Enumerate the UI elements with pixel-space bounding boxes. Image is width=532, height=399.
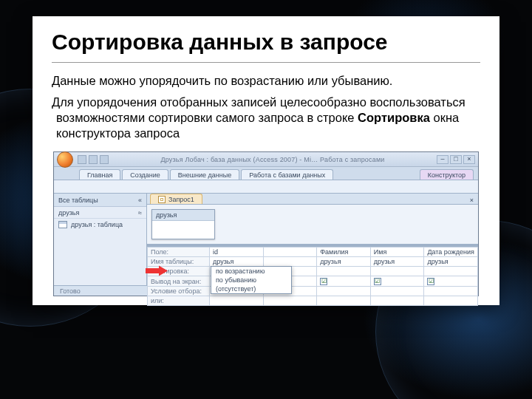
document-area: Запрос1 × друзья Поле:: [147, 194, 478, 285]
qat-save-icon[interactable]: [78, 155, 86, 164]
grid-cell[interactable]: ☑: [370, 276, 424, 287]
window-controls: – □ ×: [437, 155, 475, 164]
close-button[interactable]: ×: [463, 155, 475, 164]
para2-bold: Сортировка: [358, 111, 430, 124]
document-tabs: Запрос1 ×: [147, 194, 478, 205]
maximize-button[interactable]: □: [450, 155, 462, 164]
checkbox-icon[interactable]: ☑: [427, 278, 434, 285]
grid-row-field: Поле: id Фамилия Имя Дата рождения: [148, 248, 478, 257]
slide-content-box: Сортировка данных в запросе Данные можно…: [33, 16, 499, 305]
grid-cell[interactable]: Фамилия: [317, 248, 371, 257]
nav-group-label: друзья: [58, 209, 79, 216]
grid-cell[interactable]: друзья: [317, 257, 371, 267]
access-window: Друзья Лобач : база данных (Access 2007)…: [53, 151, 479, 296]
grid-label-criteria: Условие отбора:: [148, 287, 210, 296]
grid-cell[interactable]: [263, 257, 317, 267]
slide-paragraph-2: Для упорядочения отобранных записей целе…: [52, 95, 480, 141]
ribbon-tabs: Главная Создание Внешние данные Работа с…: [54, 167, 478, 180]
ribbon-tab-dbtools[interactable]: Работа с базами данных: [241, 169, 333, 180]
nav-header-label: Все таблицы: [58, 197, 98, 204]
ribbon-body: [54, 180, 478, 194]
grid-cell[interactable]: Имя: [370, 248, 424, 257]
nav-collapse-icon[interactable]: «: [138, 197, 142, 204]
sort-option[interactable]: (отсутствует): [211, 284, 291, 293]
table-icon: [58, 221, 67, 228]
grid-cell[interactable]: [370, 296, 424, 306]
nav-group-header[interactable]: друзья ≈: [54, 207, 146, 219]
query-icon: [158, 196, 166, 203]
field-list[interactable]: друзья: [151, 209, 215, 239]
slide-title: Сортировка данных в запросе: [52, 30, 480, 63]
slide-paragraph-1: Данные можно упорядочить по возрастанию …: [52, 73, 480, 89]
ribbon-tab-create[interactable]: Создание: [122, 169, 168, 180]
grid-row-table: Имя таблицы: друзья друзья друзья друзья: [148, 257, 478, 267]
field-list-body: [152, 221, 214, 239]
sort-option[interactable]: по возрастанию: [211, 267, 291, 276]
grid-cell[interactable]: ☑: [424, 276, 478, 287]
grid-row-show: Вывод на экран: ☑ ☑ ☑ ☑ ☑: [148, 276, 478, 287]
status-left: Готово: [60, 287, 81, 295]
minimize-button[interactable]: –: [437, 155, 449, 164]
grid-cell[interactable]: ☑: [317, 276, 371, 287]
doc-tab-close-icon[interactable]: ×: [466, 197, 478, 204]
grid-label-table: Имя таблицы:: [148, 257, 210, 267]
grid-row-criteria: Условие отбора:: [148, 287, 478, 296]
grid-row-sort: Сортировка:: [148, 267, 478, 276]
grid-cell[interactable]: [424, 296, 478, 306]
grid-label-show: Вывод на экран:: [148, 276, 210, 287]
grid-cell[interactable]: друзья: [370, 257, 424, 267]
grid-cell[interactable]: [317, 287, 371, 296]
nav-pane-header[interactable]: Все таблицы «: [54, 194, 146, 207]
window-title: Друзья Лобач : база данных (Access 2007)…: [109, 156, 437, 163]
grid-cell-sort[interactable]: [317, 267, 371, 276]
grid-cell[interactable]: [370, 287, 424, 296]
grid-label-or: или:: [148, 296, 210, 306]
qat-undo-icon[interactable]: [89, 155, 98, 164]
qbe-grid: Поле: id Фамилия Имя Дата рождения Имя т…: [147, 246, 478, 306]
grid-cell[interactable]: [263, 248, 317, 257]
grid-cell[interactable]: [210, 296, 264, 306]
grid-cell[interactable]: Дата рождения: [424, 248, 478, 257]
checkbox-icon[interactable]: ☑: [374, 278, 381, 285]
office-orb-button[interactable]: [57, 151, 73, 168]
nav-item-table[interactable]: друзья : таблица: [54, 219, 146, 231]
doc-tab-query[interactable]: Запрос1: [150, 194, 202, 204]
ribbon-tab-home[interactable]: Главная: [79, 169, 120, 180]
checkbox-icon[interactable]: ☑: [320, 278, 327, 285]
quick-access-toolbar: [78, 155, 109, 164]
grid-cell-sort[interactable]: [424, 267, 478, 276]
grid-cell[interactable]: друзья: [210, 257, 264, 267]
navigation-pane: Все таблицы « друзья ≈ друзья : таблица: [54, 194, 147, 285]
sort-option[interactable]: по убыванию: [211, 276, 291, 284]
grid-label-field: Поле:: [148, 248, 210, 257]
nav-item-label: друзья : таблица: [71, 221, 123, 228]
grid-cell[interactable]: [317, 296, 371, 306]
grid-cell[interactable]: [263, 296, 317, 306]
grid-cell[interactable]: id: [210, 248, 264, 257]
access-client-area: Все таблицы « друзья ≈ друзья : таблица …: [54, 194, 478, 285]
ribbon-tab-design[interactable]: Конструктор: [420, 169, 474, 180]
doc-tab-label: Запрос1: [168, 196, 194, 203]
sort-dropdown[interactable]: по возрастанию по убыванию (отсутствует): [211, 266, 292, 294]
grid-cell-sort[interactable]: [370, 267, 424, 276]
field-list-title: друзья: [152, 210, 214, 221]
grid-cell[interactable]: [424, 287, 478, 296]
access-titlebar: Друзья Лобач : база данных (Access 2007)…: [54, 152, 478, 167]
ribbon-tab-external[interactable]: Внешние данные: [170, 169, 239, 180]
grid-row-or: или:: [148, 296, 478, 306]
qat-redo-icon[interactable]: [100, 155, 109, 164]
nav-group-chevron-icon: ≈: [138, 209, 142, 216]
query-design-upper: друзья: [147, 205, 478, 246]
grid-cell[interactable]: друзья: [424, 257, 478, 267]
